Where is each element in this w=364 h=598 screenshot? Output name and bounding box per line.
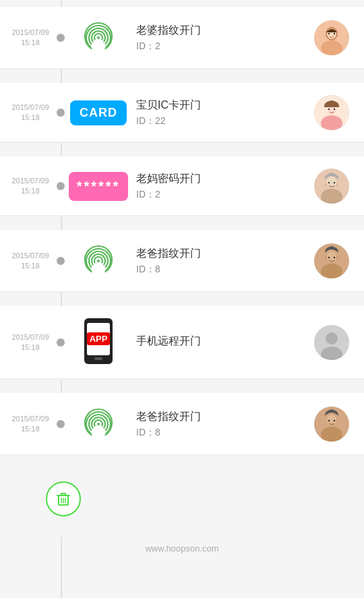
- svg-point-10: [328, 109, 330, 110]
- svg-point-21: [328, 257, 330, 259]
- svg-point-31: [334, 420, 336, 422]
- item-info: 老爸指纹开门 ID：8: [125, 410, 311, 439]
- svg-point-6: [334, 33, 335, 34]
- svg-point-17: [97, 260, 100, 262]
- timeline-item: 2015/07/09 15:18 ****** 老妈密码开门 ID：2: [0, 156, 364, 216]
- item-gap: [0, 69, 364, 83]
- card-icon-col: CARD: [71, 100, 125, 125]
- avatar-col: [311, 407, 352, 442]
- item-id: ID：8: [136, 427, 311, 439]
- item-gap: [0, 216, 364, 230]
- fingerprint-icon: [80, 405, 117, 443]
- avatar: [314, 20, 349, 55]
- card-badge: CARD: [70, 100, 127, 125]
- item-title: 老爸指纹开门: [136, 410, 311, 424]
- item-gap: [0, 143, 364, 156]
- item-title: 老妈密码开门: [136, 172, 311, 186]
- item-title: 手机远程开门: [136, 334, 311, 349]
- item-gap: [0, 293, 364, 306]
- timeline-container: 2015/07/09 15:18 老婆指纹开门 ID：2: [0, 0, 364, 598]
- fingerprint-icon-col: [71, 405, 125, 443]
- fingerprint-icon-col: [71, 242, 125, 280]
- avatar: [314, 325, 349, 360]
- footer-website: www.hoopson.com: [145, 543, 218, 554]
- fingerprint-icon: [80, 242, 117, 280]
- avatar-col: [311, 95, 352, 130]
- fingerprint-icon-col: [71, 19, 125, 57]
- timeline-item: 2015/07/09 15:18 老爸指纹开门 ID：8: [0, 230, 364, 293]
- app-icon-col: APP: [71, 318, 125, 367]
- password-badge: ******: [69, 172, 129, 201]
- timestamp: 2015/07/09 15:18: [0, 332, 61, 353]
- item-gap: [0, 380, 364, 393]
- app-icon: APP: [80, 318, 117, 367]
- item-id: ID：8: [136, 264, 311, 276]
- svg-point-0: [97, 36, 100, 39]
- timeline-item: 2015/07/09 15:18 CARD 宝贝IC卡开门 ID：22: [0, 83, 364, 143]
- avatar-col: [311, 325, 352, 360]
- svg-point-24: [326, 332, 338, 345]
- item-id: ID：22: [136, 115, 311, 127]
- item-title: 老爸指纹开门: [136, 247, 311, 261]
- item-info: 老爸指纹开门 ID：8: [125, 247, 311, 276]
- item-info: 手机远程开门: [125, 334, 311, 351]
- fingerprint-icon: [80, 19, 117, 57]
- timestamp: 2015/07/09 15:18: [0, 414, 61, 435]
- avatar: [314, 407, 349, 442]
- app-label: APP: [87, 332, 111, 345]
- avatar-col: [311, 169, 352, 204]
- timestamp: 2015/07/09 15:18: [0, 28, 61, 49]
- footer: www.hoopson.com: [0, 537, 364, 567]
- svg-point-16: [334, 182, 335, 183]
- svg-point-30: [328, 420, 330, 422]
- bottom-section: [0, 456, 364, 537]
- svg-point-14: [327, 177, 336, 187]
- timestamp: 2015/07/09 15:18: [0, 251, 61, 272]
- timeline-item: 2015/07/09 15:18 APP 手机远程开门: [0, 306, 364, 380]
- svg-point-11: [334, 109, 335, 110]
- avatar-col: [311, 20, 352, 55]
- item-id: ID：2: [136, 40, 311, 53]
- delete-button[interactable]: [46, 481, 81, 516]
- item-info: 老婆指纹开门 ID：2: [125, 24, 311, 53]
- svg-point-26: [97, 423, 100, 425]
- svg-point-29: [327, 415, 336, 425]
- password-icon-col: ******: [71, 172, 125, 201]
- item-info: 宝贝IC卡开门 ID：22: [125, 98, 311, 127]
- avatar: [314, 169, 349, 204]
- avatar: [314, 95, 349, 130]
- svg-point-15: [328, 182, 330, 183]
- avatar-col: [311, 243, 352, 278]
- timeline-item: 2015/07/09 15:18 老婆指纹开门 ID：2: [0, 7, 364, 69]
- timestamp: 2015/07/09 15:18: [0, 176, 61, 197]
- timeline-item: 2015/07/09 15:18 老爸指纹开门 ID：8: [0, 393, 364, 456]
- svg-point-20: [327, 251, 336, 262]
- timestamp: 2015/07/09 15:18: [0, 102, 61, 123]
- trash-icon: [55, 490, 72, 508]
- item-title: 宝贝IC卡开门: [136, 98, 311, 113]
- svg-point-5: [328, 33, 330, 34]
- svg-point-22: [334, 257, 336, 259]
- item-id: ID：2: [136, 189, 311, 201]
- item-info: 老妈密码开门 ID：2: [125, 172, 311, 201]
- item-title: 老婆指纹开门: [136, 24, 311, 38]
- avatar: [314, 243, 349, 278]
